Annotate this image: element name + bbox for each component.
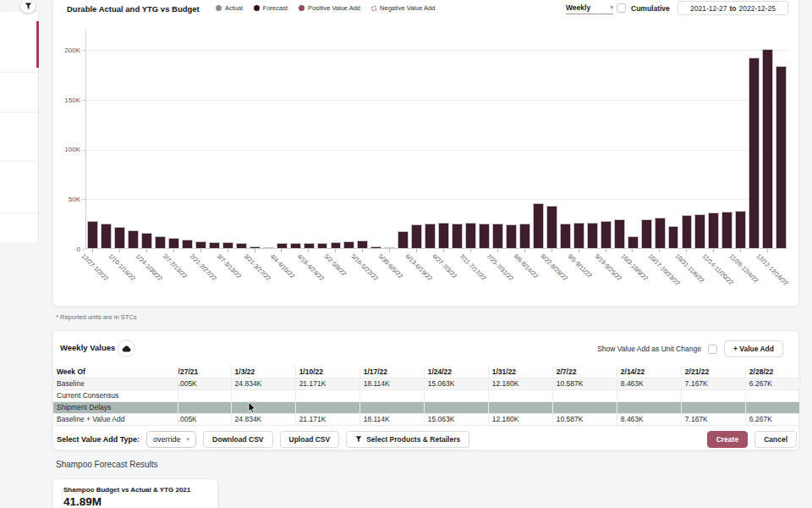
value-cell[interactable]: 24.834K — [231, 413, 295, 425]
table-row[interactable]: Shipment Delays — [53, 401, 800, 413]
bar[interactable] — [370, 246, 381, 248]
bar[interactable] — [546, 206, 557, 248]
value-cell[interactable] — [681, 401, 745, 413]
table-row[interactable]: Baseline + Value Add.005K24.834K21.171K1… — [53, 413, 800, 425]
bar[interactable] — [762, 49, 773, 248]
bar[interactable] — [776, 66, 787, 248]
bar[interactable] — [682, 215, 693, 248]
bar[interactable] — [628, 236, 639, 248]
value-cell[interactable]: 15.063K — [424, 378, 488, 389]
value-cell[interactable]: 21.171K — [295, 378, 359, 389]
bar[interactable] — [114, 227, 125, 248]
value-cell[interactable]: 12.180K — [488, 413, 552, 425]
bar[interactable] — [465, 223, 476, 248]
bar[interactable] — [425, 224, 436, 248]
bar[interactable] — [250, 246, 261, 248]
value-cell[interactable] — [295, 401, 359, 413]
bar[interactable] — [304, 243, 315, 248]
value-cell[interactable]: 10.587K — [552, 378, 617, 389]
filter-button[interactable] — [20, 0, 36, 13]
bar[interactable] — [721, 212, 732, 248]
value-cell[interactable]: 6.267K — [745, 413, 799, 425]
bar[interactable] — [749, 58, 760, 248]
create-button[interactable]: Create — [707, 431, 748, 448]
value-cell[interactable]: 18.114K — [359, 378, 424, 389]
bar[interactable] — [601, 221, 612, 248]
value-cell[interactable]: 12.180K — [488, 378, 552, 389]
bar[interactable] — [317, 243, 328, 248]
value-cell[interactable] — [745, 401, 799, 413]
bar[interactable] — [641, 219, 652, 248]
bar[interactable] — [438, 223, 449, 248]
value-cell[interactable] — [552, 401, 617, 413]
value-cell[interactable]: 10.587K — [552, 413, 617, 425]
show-value-add-checkbox[interactable] — [708, 345, 717, 354]
bar[interactable] — [533, 203, 544, 248]
bar[interactable] — [479, 224, 490, 248]
value-cell[interactable] — [617, 401, 681, 413]
cumulative-checkbox[interactable] — [617, 3, 626, 13]
bar[interactable] — [492, 224, 503, 248]
result-card[interactable]: Shampoo Budget vs Actual & YTG 2021 41.8… — [52, 478, 218, 508]
bar[interactable] — [128, 230, 139, 248]
bar[interactable] — [506, 224, 517, 248]
bar[interactable] — [357, 240, 368, 248]
value-cell[interactable] — [231, 389, 295, 401]
bar[interactable] — [87, 221, 98, 248]
add-value-add-button[interactable]: + Value Add — [724, 340, 783, 357]
value-cell[interactable]: 18.114K — [359, 413, 424, 425]
value-cell[interactable] — [681, 389, 745, 401]
value-cell[interactable]: 21.171K — [295, 413, 359, 425]
bar[interactable] — [398, 231, 409, 248]
download-csv-button[interactable]: Download CSV — [203, 431, 272, 448]
bar[interactable] — [290, 243, 301, 248]
value-cell[interactable] — [359, 401, 424, 413]
value-cell[interactable] — [295, 389, 359, 401]
bar[interactable] — [411, 224, 422, 248]
bar[interactable] — [222, 242, 233, 248]
bar[interactable] — [263, 247, 274, 248]
value-cell[interactable]: 6.267K — [745, 378, 799, 389]
bar[interactable] — [209, 242, 220, 248]
bar[interactable] — [182, 240, 193, 248]
bar[interactable] — [155, 236, 166, 248]
value-cell[interactable] — [231, 401, 295, 413]
value-cell[interactable]: .005K — [178, 413, 231, 425]
bar[interactable] — [384, 247, 395, 248]
bar[interactable] — [452, 224, 463, 248]
value-cell[interactable]: 8.463K — [617, 413, 681, 425]
upload-csv-button[interactable]: Upload CSV — [280, 431, 340, 448]
bar[interactable] — [519, 224, 530, 248]
value-cell[interactable] — [178, 401, 231, 413]
bar[interactable] — [236, 243, 247, 248]
date-range-picker[interactable]: 2021-12-27 to 2022-12-25 — [678, 1, 788, 15]
bar[interactable] — [195, 241, 206, 248]
bar[interactable] — [694, 214, 705, 248]
bar[interactable] — [343, 241, 354, 248]
bar[interactable] — [735, 211, 746, 248]
value-cell[interactable]: 24.834K — [231, 378, 295, 389]
value-cell[interactable] — [617, 389, 681, 401]
select-products-retailers-button[interactable]: Select Products & Retailers — [346, 431, 469, 448]
value-cell[interactable]: 7.167K — [681, 378, 745, 389]
cancel-button[interactable]: Cancel — [754, 431, 797, 448]
bar[interactable] — [277, 243, 288, 248]
value-cell[interactable]: 7.167K — [681, 413, 745, 425]
bar[interactable] — [331, 242, 342, 248]
value-cell[interactable]: .005K — [178, 378, 231, 389]
bar[interactable] — [560, 224, 571, 248]
value-cell[interactable] — [488, 401, 552, 413]
granularity-select[interactable]: Weekly ▾ — [566, 3, 613, 14]
value-cell[interactable]: 8.463K — [617, 378, 681, 389]
table-row[interactable]: Baseline.005K24.834K21.171K18.114K15.063… — [53, 378, 800, 389]
export-cloud-button[interactable] — [118, 340, 135, 357]
value-cell[interactable] — [359, 389, 424, 401]
bar[interactable] — [101, 224, 112, 248]
table-row[interactable]: Current Consensus — [53, 389, 800, 401]
value-cell[interactable] — [745, 389, 799, 401]
bar[interactable] — [655, 218, 666, 248]
value-cell[interactable] — [488, 389, 552, 401]
bar[interactable] — [708, 213, 719, 248]
value-cell[interactable] — [178, 389, 231, 401]
bar[interactable] — [168, 238, 179, 248]
